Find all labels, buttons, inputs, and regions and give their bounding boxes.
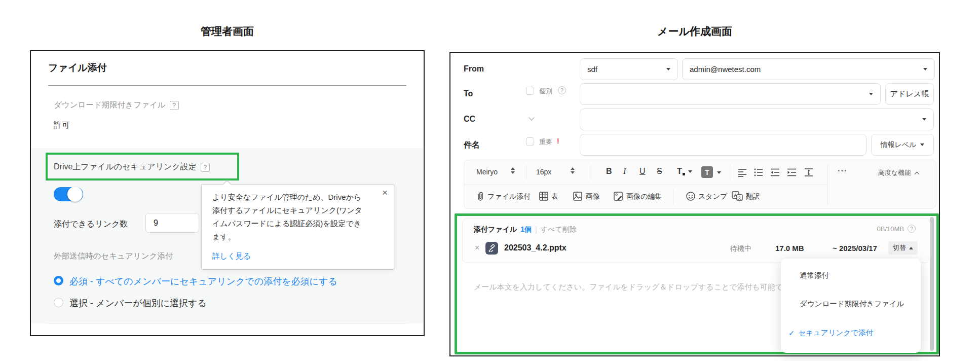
admin-panel-title: 管理者画面 [30,24,425,39]
table-button[interactable]: 表 [551,192,558,201]
image-edit-icon[interactable] [614,192,623,201]
bullet-list-icon[interactable] [754,168,763,177]
help-icon[interactable]: ? [558,86,566,94]
highlight-color-button[interactable]: T [701,166,713,178]
mail-body-placeholder[interactable]: メール本文を入力してください。ファイルをドラッグ＆ドロップすることで添付も可能で… [474,282,799,292]
outdent-icon[interactable] [770,168,780,177]
italic-button[interactable]: I [623,167,626,176]
important-mark: ! [557,137,559,145]
font-size-select[interactable]: 16px [536,168,551,176]
font-family-stepper[interactable] [511,167,515,174]
from-account-select[interactable]: sdf [580,58,678,80]
attachment-row: × 202503_4.2.pptx 待機中 17.0 MB ~ 2025/03/… [463,240,931,260]
stamp-smiley-icon[interactable] [686,192,695,201]
from-account-value: sdf [587,65,597,74]
quota-indicator: 0B/10MB ? [877,225,916,233]
attachment-size: 17.0 MB [775,244,804,252]
info-level-label: 情報レベル [881,140,917,150]
translate-icon[interactable]: A文 [732,191,743,201]
switch-attach-type-button[interactable]: 切替 [888,241,918,255]
font-size-stepper[interactable] [571,167,575,174]
scrollbar[interactable] [930,217,934,351]
chevron-down-icon [920,143,924,146]
line-height-icon[interactable] [804,168,813,177]
advanced-features-toggle[interactable]: 高度な機能 [878,168,919,177]
quota-text: 0B/10MB [877,225,904,233]
cc-input[interactable] [580,109,934,130]
chevron-down-icon[interactable] [717,171,721,174]
secure-link-label: Drive上ファイルのセキュアリンク設定 [54,162,197,172]
subject-input[interactable] [580,134,866,156]
attachment-header: 添付ファイル 1個 | すべて削除 [474,225,577,234]
tooltip-line: イムパスワードによる認証必須)を設定でき [212,219,361,229]
toolbar-separator [526,165,526,179]
secure-link-tooltip: × より安全なファイル管理のため、Driveから 添付するファイルにセキュアリン… [201,184,394,270]
font-family-select[interactable]: Meiryo [476,168,498,176]
image-icon[interactable] [573,192,582,201]
table-icon[interactable] [539,192,548,201]
tooltip-learn-more-link[interactable]: 詳しく見る [212,251,251,261]
secure-link-toggle[interactable] [54,187,83,201]
chevron-down-icon [666,68,670,70]
close-icon[interactable]: × [382,188,388,197]
tooltip-arrow-fill [223,181,231,185]
help-icon[interactable]: ? [201,163,210,172]
menu-item-download-expiry[interactable]: ダウンロード期限付きファイル [800,299,904,309]
tooltip-line: より安全なファイル管理のため、Driveから [212,193,361,202]
menu-item-secure-link[interactable]: ✓ セキュアリンクで添付 [788,328,873,338]
chevron-down-icon [688,170,692,173]
external-secure-label: 外部送信時のセキュアリンク添付 [54,251,173,262]
bold-button[interactable]: B [606,167,612,176]
toolbar-separator [673,190,673,204]
radio-select[interactable] [54,298,63,307]
remove-attachment-button[interactable]: × [475,244,479,252]
attachment-expiry: ~ 2025/03/17 [833,244,877,252]
link-icon [488,244,496,252]
radio-select-label[interactable]: 選択 - メンバーが個別に選択する [69,297,207,309]
menu-item-normal[interactable]: 通常添付 [800,271,829,280]
toolbar-separator [730,165,730,179]
indent-icon[interactable] [787,168,797,177]
advanced-features-label: 高度な機能 [878,168,911,177]
to-individual-checkbox[interactable] [526,87,534,95]
radio-required-label[interactable]: 必須 - すべてのメンバーにセキュアリンクでの添付を必須にする [69,275,337,287]
attach-file-button[interactable]: ファイル添付 [487,192,531,201]
attachment-filename[interactable]: 202503_4.2.pptx [504,243,567,252]
attachment-header-label: 添付ファイル [474,225,517,234]
toggle-knob [67,187,83,202]
stamp-button[interactable]: スタンプ [698,192,727,201]
important-checkbox[interactable] [526,137,534,146]
more-options-button[interactable]: ... [838,164,847,173]
toolbar-divider [464,185,827,185]
delete-all-button[interactable]: すべて削除 [541,225,577,234]
image-edit-button[interactable]: 画像の編集 [626,192,662,201]
color-swatch [683,173,685,175]
translate-button[interactable]: 翻訳 [746,192,760,201]
image-button[interactable]: 画像 [586,192,600,201]
tooltip-line: ます。 [212,232,236,242]
underline-button[interactable]: U [639,167,646,176]
strikethrough-button[interactable]: S [657,167,662,176]
heading-divider [48,85,406,86]
help-icon[interactable]: ? [908,225,916,233]
attach-type-menu: 通常添付 ダウンロード期限付きファイル ✓ セキュアリンクで添付 [781,259,921,353]
from-label: From [464,64,484,74]
link-count-input[interactable]: 9 [145,213,199,233]
to-input[interactable] [580,83,881,105]
mail-compose-title: メール作成画面 [449,24,940,39]
secure-link-row: Drive上ファイルのセキュアリンク設定 ? [54,162,210,172]
from-address-select[interactable]: admin@nwetest.com [682,58,935,80]
paperclip-icon[interactable] [476,192,484,201]
attachment-card: 添付ファイル 1個 | すべて削除 0B/10MB ? × 202503_4.2… [462,218,930,263]
text-color-glyph: T [677,167,682,176]
address-book-button[interactable]: アドレス帳 [885,83,934,105]
help-icon[interactable]: ? [170,101,179,110]
link-count-label: 添付できるリンク数 [54,219,128,230]
mail-compose-card: From sdf admin@nwetest.com To 個別 ? アドレス帳… [449,52,940,356]
attachment-status: 待機中 [730,244,751,254]
info-level-button[interactable]: 情報レベル [871,134,934,156]
radio-required[interactable] [54,276,63,285]
align-left-icon[interactable] [738,168,747,177]
cc-expand-chevron-icon[interactable] [529,115,534,120]
text-color-button[interactable]: T [677,167,692,176]
